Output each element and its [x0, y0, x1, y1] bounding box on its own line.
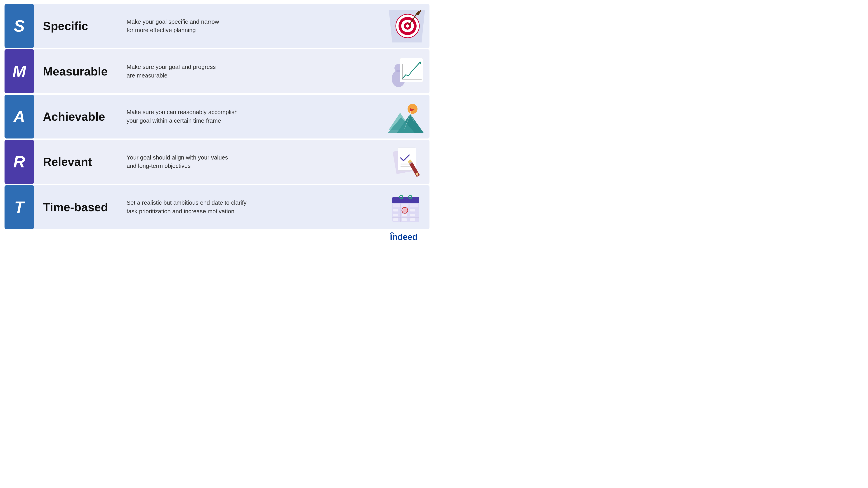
- description-measurable: Make sure your goal and progress are mea…: [127, 63, 375, 80]
- word-timebased: Time-based: [43, 200, 120, 214]
- chart-icon: [388, 55, 426, 88]
- indeed-logo-svg: indeed: [386, 230, 423, 241]
- row-content-specific: Specific Make your goal specific and nar…: [34, 18, 384, 35]
- icon-timebased: [384, 185, 430, 229]
- word-measurable: Measurable: [43, 65, 120, 78]
- svg-rect-15: [400, 58, 423, 82]
- row-achievable: A Achievable Make sure you can reasonabl…: [4, 95, 430, 138]
- description-relevant: Your goal should align with your values …: [127, 153, 375, 170]
- row-content-relevant: Relevant Your goal should align with you…: [34, 153, 384, 170]
- svg-rect-56: [402, 218, 407, 221]
- letter-box-t: T: [4, 185, 34, 229]
- row-timebased: T Time-based Set a realistic but ambitio…: [4, 185, 430, 229]
- smart-goals-infographic: S Specific Make your goal specific and n…: [0, 0, 434, 244]
- svg-rect-37: [392, 201, 419, 203]
- svg-rect-46: [401, 204, 408, 207]
- description-achievable: Make sure you can reasonably accomplish …: [127, 108, 375, 125]
- mountain-icon: [388, 100, 426, 133]
- icon-relevant: [384, 140, 430, 184]
- svg-rect-53: [402, 214, 407, 217]
- icon-measurable: [384, 49, 430, 93]
- letter-box-r: R: [4, 140, 34, 184]
- icon-specific: [384, 4, 430, 48]
- svg-rect-57: [410, 218, 415, 221]
- row-content-measurable: Measurable Make sure your goal and progr…: [34, 63, 384, 80]
- letter-r: R: [13, 153, 25, 171]
- description-timebased: Set a realistic but ambitious end date t…: [127, 199, 375, 216]
- row-content-timebased: Time-based Set a realistic but ambitious…: [34, 199, 384, 216]
- row-measurable: M Measurable Make sure your goal and pro…: [4, 49, 430, 93]
- icon-achievable: [384, 95, 430, 138]
- letter-box-a: A: [4, 95, 34, 138]
- word-achievable: Achievable: [43, 110, 120, 123]
- svg-text:indeed: indeed: [390, 232, 417, 241]
- svg-rect-54: [410, 214, 415, 217]
- checklist-icon: [388, 145, 426, 178]
- svg-rect-47: [410, 204, 418, 207]
- svg-point-6: [406, 24, 409, 28]
- indeed-logo: indeed: [386, 230, 423, 241]
- svg-point-20: [408, 104, 417, 114]
- letter-t: T: [14, 198, 24, 217]
- svg-rect-55: [393, 218, 398, 221]
- letter-box-m: M: [4, 49, 34, 93]
- svg-point-49: [403, 208, 407, 213]
- svg-rect-45: [393, 204, 400, 207]
- svg-rect-52: [393, 214, 398, 217]
- word-relevant: Relevant: [43, 155, 120, 168]
- svg-rect-50: [393, 209, 398, 212]
- letter-m: M: [12, 62, 26, 80]
- row-specific: S Specific Make your goal specific and n…: [4, 4, 430, 48]
- row-relevant: R Relevant Your goal should align with y…: [4, 140, 430, 184]
- svg-rect-51: [410, 209, 415, 212]
- calendar-icon: [388, 191, 426, 223]
- footer: indeed: [4, 230, 430, 242]
- word-specific: Specific: [43, 19, 120, 33]
- letter-s: S: [14, 17, 25, 35]
- letter-box-s: S: [4, 4, 34, 48]
- description-specific: Make your goal specific and narrow for m…: [127, 18, 375, 35]
- row-content-achievable: Achievable Make sure you can reasonably …: [34, 108, 384, 125]
- target-icon: [388, 10, 426, 42]
- letter-a: A: [13, 107, 25, 126]
